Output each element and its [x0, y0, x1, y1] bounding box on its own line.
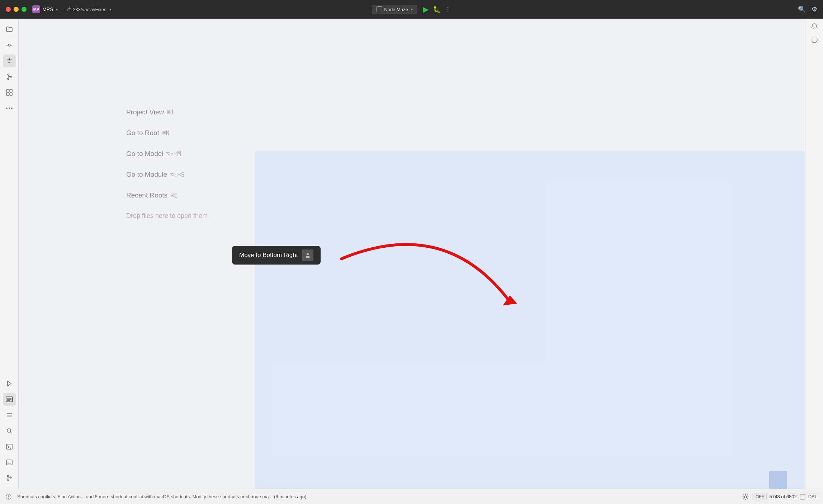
app-name-label: MPS [42, 6, 53, 12]
hint-recent-roots: Recent Roots ⌘E [126, 191, 208, 199]
hint-go-to-module-label: Go to Module [126, 171, 167, 179]
titlebar-right: 🔍 ⚙ [798, 5, 817, 13]
app-dropdown-arrow: ▾ [56, 8, 58, 11]
hint-area: Project View ⌘1 Go to Root ⌘N Go to Mode… [126, 108, 208, 220]
svg-rect-45 [800, 494, 805, 499]
hint-go-to-root-kbd: ⌘N [162, 129, 169, 137]
notification-icon[interactable] [811, 23, 818, 32]
sidebar-item-terminal2[interactable] [3, 456, 16, 469]
svg-point-8 [8, 78, 9, 80]
svg-rect-13 [6, 93, 9, 95]
hint-go-to-module-kbd: ⌥⇧⌘S [170, 171, 185, 178]
sidebar-item-git2[interactable] [3, 472, 16, 485]
hint-go-to-model: Go to Model ⌥⇧⌘M [126, 150, 208, 158]
svg-point-43 [8, 498, 9, 499]
titlebar-center: Node Maze ▾ ▶ 🐛 ⋮ [372, 5, 451, 14]
configuration-selector[interactable]: Node Maze ▾ [372, 5, 417, 14]
sidebar-item-branches[interactable] [3, 70, 16, 83]
hint-go-to-root: Go to Root ⌘N [126, 129, 208, 137]
svg-point-0 [8, 44, 10, 46]
app-icon: MP [32, 5, 40, 13]
sidebar-item-layout[interactable] [3, 86, 16, 99]
statusbar-message[interactable]: Shortcuts conflicts: Find Action... and … [17, 494, 737, 499]
traffic-lights [6, 7, 27, 12]
settings-button[interactable]: ⚙ [812, 5, 817, 13]
svg-point-15 [6, 108, 8, 109]
sidebar-item-list[interactable] [3, 409, 16, 422]
statusbar-warning-icon [6, 494, 11, 500]
spinner-icon[interactable] [811, 36, 818, 45]
statusbar-dsl-icon[interactable] [800, 494, 805, 500]
sidebar-item-folder[interactable] [3, 23, 16, 36]
hint-go-to-model-kbd: ⌥⇧⌘M [166, 150, 181, 157]
config-icon [376, 6, 382, 12]
svg-rect-11 [6, 90, 9, 92]
sidebar-item-more[interactable] [3, 102, 16, 115]
run-button[interactable]: ▶ [423, 5, 429, 14]
sidebar-item-search[interactable] [3, 424, 16, 437]
statusbar-off-badge[interactable]: :OFF [752, 494, 766, 500]
branch-dropdown-arrow: ▾ [109, 8, 111, 11]
hint-go-to-model-label: Go to Model [126, 150, 164, 158]
hint-drop-files: Drop files here to open them [126, 212, 208, 220]
svg-point-33 [7, 475, 9, 477]
hint-recent-roots-kbd: ⌘E [170, 192, 178, 199]
branch-selector[interactable]: ⎇ 233/vaclavFixes ▾ [65, 6, 111, 12]
hint-go-to-root-label: Go to Root [126, 129, 159, 137]
branch-vcs-icon: ⎇ [65, 6, 71, 12]
editor-area[interactable]: Project View ⌘1 Go to Root ⌘N Go to Mode… [19, 19, 805, 489]
blue-overlay [255, 151, 805, 489]
minimize-button[interactable] [14, 7, 19, 12]
config-dropdown-arrow: ▾ [411, 8, 413, 11]
statusbar-dsl-label: DSL [808, 494, 817, 499]
sidebar-item-commits[interactable] [3, 39, 16, 52]
hint-project-view-label: Project View [126, 108, 164, 116]
hint-drop-files-label: Drop files here to open them [126, 212, 208, 220]
bottom-right-indicator [769, 471, 787, 489]
svg-point-17 [11, 108, 13, 109]
sidebar-item-log[interactable] [3, 393, 16, 406]
sidebar-item-filter[interactable] [3, 54, 16, 67]
svg-point-6 [9, 58, 10, 60]
move-to-bottom-right-tooltip: Move to Bottom Right [232, 246, 321, 265]
maximize-button[interactable] [22, 7, 27, 12]
right-sidebar [805, 19, 823, 489]
titlebar: MP MPS ▾ ⎇ 233/vaclavFixes ▾ Node Maze ▾… [0, 0, 823, 19]
tooltip-label: Move to Bottom Right [239, 252, 298, 259]
svg-rect-14 [10, 93, 12, 95]
svg-line-27 [10, 432, 12, 433]
hint-recent-roots-label: Recent Roots [126, 191, 167, 199]
tooltip-action-button[interactable] [302, 249, 313, 261]
svg-point-37 [307, 253, 309, 255]
search-button[interactable]: 🔍 [798, 5, 806, 13]
sidebar-item-terminal[interactable] [3, 440, 16, 453]
more-actions-button[interactable]: ⋮ [445, 6, 451, 13]
app-selector[interactable]: MP MPS ▾ [32, 5, 58, 13]
svg-point-7 [8, 74, 9, 75]
svg-point-38 [306, 256, 310, 258]
statusbar-settings-icon[interactable] [742, 494, 749, 500]
hint-project-view: Project View ⌘1 [126, 108, 208, 116]
svg-point-44 [744, 496, 747, 498]
statusbar-line-count: 5748 of 6802 [770, 494, 797, 499]
hint-project-view-kbd: ⌘1 [167, 109, 174, 116]
debug-button[interactable]: 🐛 [433, 5, 441, 13]
svg-rect-30 [6, 460, 12, 465]
sidebar-item-run[interactable] [3, 377, 16, 390]
statusbar: Shortcuts conflicts: Find Action... and … [0, 489, 823, 504]
svg-rect-12 [10, 90, 12, 92]
configuration-label: Node Maze [384, 7, 408, 12]
svg-marker-18 [8, 381, 11, 386]
svg-point-26 [7, 429, 11, 432]
svg-point-34 [7, 480, 9, 481]
main-layout: Project View ⌘1 Go to Root ⌘N Go to Mode… [0, 19, 823, 489]
statusbar-right: :OFF 5748 of 6802 DSL [742, 494, 817, 500]
close-button[interactable] [6, 7, 11, 12]
svg-rect-28 [6, 444, 12, 449]
branch-name-label: 233/vaclavFixes [73, 7, 106, 12]
svg-point-16 [9, 108, 10, 109]
hint-go-to-module: Go to Module ⌥⇧⌘S [126, 171, 208, 179]
left-sidebar [0, 19, 19, 489]
content-area: Project View ⌘1 Go to Root ⌘N Go to Mode… [19, 19, 805, 489]
